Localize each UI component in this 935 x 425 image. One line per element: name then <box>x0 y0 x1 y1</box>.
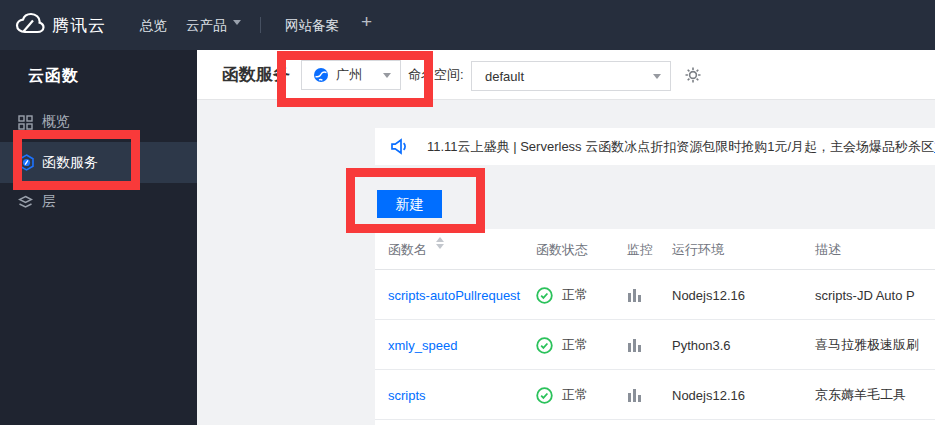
functions-table: 函数名 函数状态 监控 运行环境 描述 scripts-autoPullrequ… <box>375 229 935 425</box>
status-cell: 正常 <box>536 320 588 370</box>
nav-overview[interactable]: 总览 <box>140 17 167 35</box>
check-circle-icon <box>536 287 553 304</box>
nav-products[interactable]: 云产品 <box>186 17 241 35</box>
table-row: scripts-autoPullrequest 正常 Nodejs12.16 s… <box>375 270 935 320</box>
region-value: 广州 <box>336 66 362 84</box>
status-text: 正常 <box>562 336 588 354</box>
gear-icon[interactable] <box>684 66 702 84</box>
status-cell: 正常 <box>536 270 588 320</box>
chevron-down-icon <box>233 20 241 29</box>
column-header-monitor: 监控 <box>627 229 653 270</box>
desc-cell: 喜马拉雅极速版刷 <box>815 320 919 370</box>
bar-chart-icon[interactable] <box>627 270 642 320</box>
column-header-status: 函数状态 <box>536 229 588 270</box>
chevron-down-icon <box>383 73 391 82</box>
column-header-name: 函数名 <box>388 229 444 270</box>
runtime-cell: Nodejs12.16 <box>672 370 745 420</box>
desc-cell: 京东薅羊毛工具 <box>815 370 906 420</box>
column-header-desc: 描述 <box>815 229 841 270</box>
sidebar-item-label: 概览 <box>42 113 70 131</box>
sidebar: 云函数 概览 函数服务 <box>0 50 197 425</box>
globe-icon <box>313 67 329 83</box>
desc-cell: scripts-JD Auto P <box>815 270 915 320</box>
sidebar-item-label: 函数服务 <box>42 154 98 172</box>
add-tab-button[interactable]: + <box>361 11 372 33</box>
sidebar-item-layers[interactable]: 层 <box>0 183 197 221</box>
create-button[interactable]: 新建 <box>377 190 442 218</box>
runtime-cell: Nodejs12.16 <box>672 270 745 320</box>
layers-icon <box>18 195 33 210</box>
table-header-row: 函数名 函数状态 监控 运行环境 描述 <box>375 229 935 270</box>
promo-banner: 11.11云上盛典 | Serverless 云函数冰点折扣资源包限时抢购1元/… <box>375 128 935 165</box>
scf-hexagon-icon <box>18 154 35 171</box>
megaphone-icon <box>390 138 409 155</box>
region-selector[interactable]: 广州 <box>301 60 401 90</box>
sidebar-title: 云函数 <box>28 66 79 87</box>
table-row: scripts 正常 Nodejs12.16 京东薅羊毛工具 <box>375 370 935 420</box>
table-row: xmly_speed 正常 Python3.6 喜马拉雅极速版刷 <box>375 320 935 370</box>
namespace-value: default <box>485 69 524 84</box>
brand-name[interactable]: 腾讯云 <box>52 14 106 37</box>
namespace-selector[interactable]: default <box>471 61 671 91</box>
sort-icon[interactable] <box>436 233 444 253</box>
bar-chart-icon[interactable] <box>627 370 642 420</box>
banner-text: 11.11云上盛典 | Serverless 云函数冰点折扣资源包限时抢购1元/… <box>427 138 934 156</box>
status-text: 正常 <box>562 386 588 404</box>
sidebar-item-label: 层 <box>42 193 56 211</box>
tencent-cloud-logo-icon[interactable] <box>12 12 46 42</box>
tencent-cloud-console: 腾讯云 总览 云产品 网站备案 + 云函数 概览 <box>0 0 935 425</box>
function-name-link[interactable]: scripts-autoPullrequest <box>388 270 520 320</box>
function-name-link[interactable]: scripts <box>388 370 426 420</box>
check-circle-icon <box>536 387 553 404</box>
page-title: 函数服务 <box>222 50 290 100</box>
column-header-runtime: 运行环境 <box>672 229 724 270</box>
runtime-cell: Python3.6 <box>672 320 731 370</box>
status-cell: 正常 <box>536 370 588 420</box>
sidebar-item-functions[interactable]: 函数服务 <box>0 142 197 183</box>
grid-icon <box>18 115 33 130</box>
top-nav: 腾讯云 总览 云产品 网站备案 + <box>0 0 935 50</box>
nav-divider <box>260 17 261 33</box>
namespace-label: 命名空间: <box>408 50 464 100</box>
status-text: 正常 <box>562 286 588 304</box>
sidebar-item-overview[interactable]: 概览 <box>0 104 197 140</box>
nav-tab-beian[interactable]: 网站备案 <box>285 17 339 35</box>
check-circle-icon <box>536 337 553 354</box>
function-name-link[interactable]: xmly_speed <box>388 320 457 370</box>
page-header: 函数服务 广州 命名空间: default <box>197 50 935 100</box>
bar-chart-icon[interactable] <box>627 320 642 370</box>
chevron-down-icon <box>653 74 661 83</box>
